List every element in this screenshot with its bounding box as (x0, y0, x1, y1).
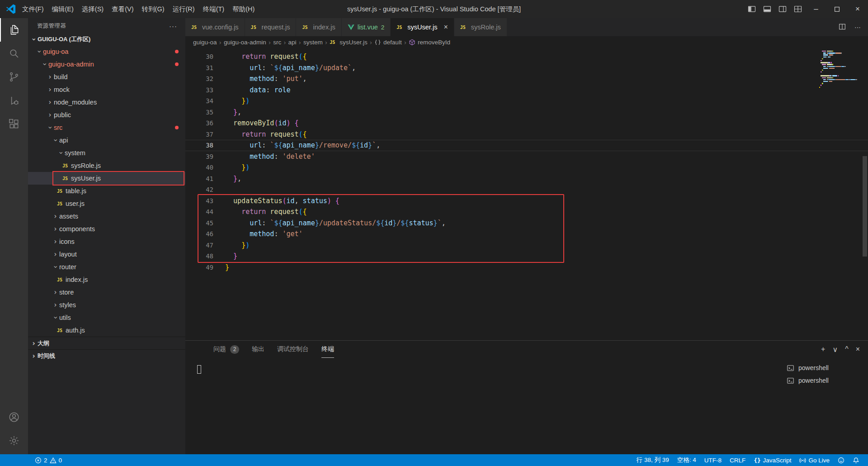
customize-layout-button[interactable] (790, 0, 806, 18)
line-number[interactable]: 39 (185, 151, 225, 162)
line-number[interactable]: 44 (185, 206, 225, 218)
tree-item-store[interactable]: ›store (28, 286, 185, 299)
code-line-45[interactable]: 45 url: `${api_name}/updateStatus/${id}/… (185, 218, 868, 229)
menubar-item[interactable]: 选择(S) (78, 5, 108, 14)
tab-index.js[interactable]: JSindex.js (296, 18, 341, 36)
minimize-button[interactable]: – (806, 0, 826, 18)
code-line-34[interactable]: 34 }) (185, 95, 868, 107)
line-number[interactable]: 41 (185, 173, 225, 185)
status-go-live[interactable]: Go Live (795, 454, 834, 466)
breadcrumb-item-api[interactable]: api (288, 39, 297, 46)
settings-button[interactable] (0, 429, 28, 452)
status-eol[interactable]: CRLF (726, 454, 750, 466)
tree-item-guigu-oa[interactable]: ›guigu-oa (28, 45, 185, 58)
line-number[interactable]: 31 (185, 62, 225, 74)
new-terminal-button[interactable]: + (821, 345, 825, 353)
tree-item-router[interactable]: ›router (28, 261, 185, 273)
code-line-30[interactable]: 30 return request({ (185, 51, 868, 62)
line-number[interactable]: 32 (185, 73, 225, 85)
code-line-40[interactable]: 40 }) (185, 162, 868, 173)
code-line-49[interactable]: 49} (185, 262, 868, 273)
account-button[interactable] (0, 405, 28, 429)
tree-item-build[interactable]: ›build (28, 71, 185, 83)
tree-item-table.js[interactable]: JStable.js (28, 185, 185, 197)
status-problems[interactable]: 20 (31, 454, 66, 466)
tree-item-layout[interactable]: ›layout (28, 248, 185, 261)
maximize-panel-button[interactable]: ^ (845, 345, 849, 353)
sidebar-section-大纲[interactable]: ›大纲 (28, 337, 185, 349)
editor-scrollbar[interactable] (863, 156, 867, 257)
tree-item-utils[interactable]: ›utils (28, 311, 185, 324)
breadcrumb-item-src[interactable]: src (273, 39, 281, 46)
breadcrumb-item-default[interactable]: default (374, 39, 402, 46)
tree-item-src[interactable]: ›src (28, 121, 185, 134)
close-panel-button[interactable]: × (856, 345, 860, 353)
tree-item-system[interactable]: ›system (28, 147, 185, 159)
status-notifications[interactable] (849, 454, 863, 466)
terminal-viewport[interactable] (185, 358, 782, 454)
source-control-button[interactable] (0, 65, 28, 89)
line-number[interactable]: 46 (185, 228, 225, 240)
tree-item-user.js[interactable]: JSuser.js (28, 197, 185, 210)
terminal-instance[interactable]: powershell (782, 374, 868, 387)
tree-item-components[interactable]: ›components (28, 223, 185, 235)
tree-item-api[interactable]: ›api (28, 134, 185, 147)
status-cursor-position[interactable]: 行 38, 列 39 (632, 454, 673, 466)
line-number[interactable]: 36 (185, 118, 225, 129)
line-number[interactable]: 49 (185, 262, 225, 273)
line-number[interactable]: 30 (185, 51, 225, 62)
code-line-42[interactable]: 42 (185, 184, 868, 195)
maximize-button[interactable] (826, 0, 847, 18)
tree-item-mock[interactable]: ›mock (28, 83, 185, 96)
panel-tab-输出[interactable]: 输出 (252, 341, 264, 358)
tab-request.js[interactable]: JSrequest.js (245, 18, 297, 36)
breadcrumb-item-removeById[interactable]: removeById (409, 39, 450, 46)
more-actions-icon[interactable]: ··· (169, 22, 177, 30)
code-line-46[interactable]: 46 method: 'get' (185, 228, 868, 240)
extensions-button[interactable] (0, 112, 28, 136)
sidebar-section-时间线[interactable]: ›时间线 (28, 349, 185, 362)
toggle-secondary-sidebar-button[interactable] (775, 0, 790, 18)
code-line-41[interactable]: 41 }, (185, 173, 868, 185)
tree-item-guigu-oa-admin[interactable]: ›guigu-oa-admin (28, 58, 185, 71)
tree-item-icons[interactable]: ›icons (28, 235, 185, 248)
breadcrumb-item-sysUser.js[interactable]: JSsysUser.js (330, 39, 368, 46)
status-indentation[interactable]: 空格: 4 (673, 454, 700, 466)
line-number[interactable]: 42 (185, 184, 225, 195)
split-editor-button[interactable] (838, 23, 846, 32)
status-language-mode[interactable]: {}JavaScript (750, 454, 795, 466)
code-line-31[interactable]: 31 url: `${api_name}/update`, (185, 62, 868, 74)
code-line-48[interactable]: 48 } (185, 251, 868, 262)
line-number[interactable]: 37 (185, 129, 225, 140)
close-window-button[interactable]: × (847, 0, 868, 18)
tab-sysUser.js[interactable]: JSsysUser.js× (391, 18, 454, 36)
code-line-35[interactable]: 35 }, (185, 107, 868, 118)
toggle-panel-button[interactable] (760, 0, 775, 18)
line-number[interactable]: 48 (185, 251, 225, 262)
line-number[interactable]: 40 (185, 162, 225, 173)
tree-item-public[interactable]: ›public (28, 109, 185, 121)
line-number[interactable]: 33 (185, 85, 225, 96)
tab-vue.config.js[interactable]: JSvue.config.js (185, 18, 245, 36)
menubar-item[interactable]: 文件(F) (18, 5, 48, 14)
code-line-38[interactable]: 38 url: `${api_name}/remove/${id}`, (185, 140, 868, 151)
tree-item-assets[interactable]: ›assets (28, 210, 185, 223)
terminal-instance[interactable]: powershell (782, 361, 868, 374)
menubar-item[interactable]: 查看(V) (108, 5, 137, 14)
menubar-item[interactable]: 编辑(E) (48, 5, 78, 14)
tab-sysRole.js[interactable]: JSsysRole.js (454, 18, 507, 36)
code-line-32[interactable]: 32 method: 'put', (185, 73, 868, 85)
code-line-36[interactable]: 36 removeById(id) { (185, 118, 868, 129)
breadcrumb-item-system[interactable]: system (303, 39, 323, 46)
line-number[interactable]: 43 (185, 195, 225, 207)
code-line-47[interactable]: 47 }) (185, 240, 868, 251)
menubar-item[interactable]: 转到(G) (138, 5, 169, 14)
tree-item-index.js[interactable]: JSindex.js (28, 273, 185, 286)
menubar-item[interactable]: 终端(T) (199, 5, 229, 14)
status-feedback[interactable] (834, 454, 849, 466)
panel-tab-问题[interactable]: 问题2 (213, 341, 239, 358)
editor-more-actions-button[interactable]: ··· (854, 24, 861, 31)
workspace-root[interactable]: › GUIGU-OA (工作区) (28, 33, 185, 45)
tree-item-node_modules[interactable]: ›node_modules (28, 96, 185, 109)
line-number[interactable]: 34 (185, 95, 225, 107)
